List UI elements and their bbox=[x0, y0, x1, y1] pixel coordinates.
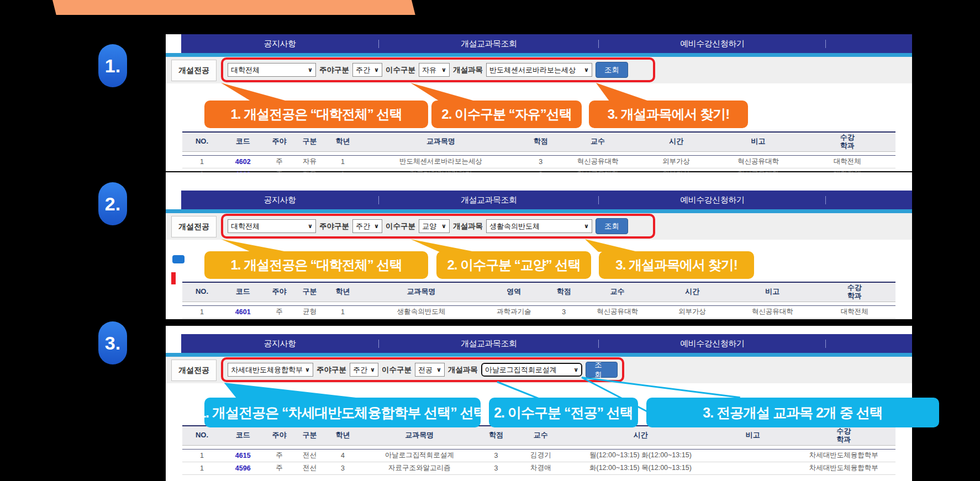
col-header: 코드 bbox=[222, 426, 264, 445]
tutorial-slide: 1. 2. 3. 공지사항 개설교과목조회 예비수강신청하기 개설전공 대학전체… bbox=[0, 0, 980, 481]
tab-open-courses[interactable]: 개설교과목조회 bbox=[379, 195, 598, 205]
callout-2: 2. 이수구분 “자유”선택 bbox=[431, 101, 582, 128]
chevron-down-icon: ∨ bbox=[370, 366, 375, 373]
completion-select[interactable]: 자유∨ bbox=[419, 63, 450, 77]
tab-notice[interactable]: 공지사항 bbox=[181, 39, 378, 49]
major-filter-label: 개설전공 bbox=[171, 360, 217, 381]
table-cell: 자유 bbox=[294, 155, 325, 168]
tab-notice[interactable]: 공지사항 bbox=[181, 339, 378, 349]
completion-label: 이수구분 bbox=[386, 221, 415, 231]
tab-notice[interactable]: 공지사항 bbox=[181, 195, 378, 205]
major-filter-label: 개설전공 bbox=[171, 216, 217, 237]
header-underline bbox=[166, 53, 912, 57]
tab-preregister[interactable]: 예비수강신청하기 bbox=[599, 39, 825, 49]
table-cell: 1 bbox=[182, 155, 222, 168]
search-button[interactable]: 조회 bbox=[596, 218, 628, 234]
col-header: 학년 bbox=[325, 282, 361, 302]
daynight-label: 주야구분 bbox=[317, 365, 346, 375]
table-cell: 혁신공유대학 bbox=[582, 305, 653, 318]
table-cell: 4 bbox=[325, 449, 361, 462]
table-cell: 대학전체 bbox=[799, 155, 895, 168]
table-cell: 전선 bbox=[294, 449, 325, 462]
callout-2: 2. 이수구분 “전공” 선택 bbox=[489, 398, 638, 427]
subject-select[interactable]: 아날로그집적회로설계∨ bbox=[481, 363, 582, 377]
callout-tail bbox=[591, 83, 652, 101]
col-header: 비고 bbox=[731, 282, 813, 302]
table-cell: 생활속의반도체 bbox=[361, 305, 482, 318]
table-cell: 과학과기술 bbox=[482, 305, 546, 318]
col-header: 수강 학과 bbox=[799, 132, 895, 151]
hidden-ui-fragment bbox=[171, 272, 176, 284]
tab-open-courses[interactable]: 개설교과목조회 bbox=[379, 39, 598, 49]
table-cell: 차세대반도체융합학부 bbox=[792, 462, 895, 474]
col-header: 시간 bbox=[635, 132, 717, 151]
col-header: 학점 bbox=[521, 132, 560, 151]
completion-select[interactable]: 전공∨ bbox=[415, 363, 445, 377]
table-cell: 혁신공유대학 bbox=[560, 155, 635, 168]
tab-preregister[interactable]: 예비수강신청하기 bbox=[599, 339, 825, 349]
table-cell: 김경기 bbox=[514, 449, 567, 462]
table-cell: 아날로그집적회로설계 bbox=[361, 449, 478, 462]
col-header: 주야 bbox=[264, 132, 294, 151]
callout-tail bbox=[221, 83, 287, 101]
table-cell: 자료구조와알고리즘 bbox=[361, 462, 478, 474]
table-cell: 3 bbox=[546, 305, 582, 318]
col-header: 교과목명 bbox=[361, 426, 478, 445]
col-header: 교과목명 bbox=[361, 282, 482, 302]
table-cell: 3 bbox=[478, 449, 514, 462]
table-cell: 차경애 bbox=[514, 462, 567, 474]
filter-highlight-box: 대학전체∨ 주야구분 주간∨ 이수구분 교양∨ 개설과목 생활속의반도체∨ 조회 bbox=[221, 214, 655, 239]
subject-label: 개설과목 bbox=[448, 365, 478, 375]
col-header: 코드 bbox=[222, 132, 264, 151]
daynight-select[interactable]: 주간∨ bbox=[352, 219, 382, 233]
table-header-row: NO. 코드 주야 구분 학년 교과목명 학점 교수 시간 비고 수강 학과 bbox=[182, 132, 895, 151]
subject-select[interactable]: 생활속의반도체∨ bbox=[486, 219, 592, 233]
completion-select[interactable]: 교양∨ bbox=[419, 219, 450, 233]
callout-1: 1. 개설전공은 “차세대반도체융합학부 선택” 선택 bbox=[204, 398, 481, 427]
course-code-cell[interactable]: 4601 bbox=[222, 305, 264, 318]
chevron-down-icon: ∨ bbox=[305, 366, 310, 373]
table-cell: 전선 bbox=[294, 462, 325, 474]
course-code-cell[interactable]: 4602 bbox=[222, 155, 264, 168]
subject-label: 개설과목 bbox=[453, 65, 483, 75]
major-select[interactable]: 대학전체∨ bbox=[228, 219, 316, 233]
table-cell: 차세대반도체융합학부 bbox=[792, 449, 895, 462]
course-code-cell[interactable]: 4615 bbox=[222, 449, 264, 462]
tab-open-courses[interactable]: 개설교과목조회 bbox=[379, 339, 598, 349]
completion-label: 이수구분 bbox=[386, 65, 415, 75]
chevron-down-icon: ∨ bbox=[584, 223, 589, 230]
col-header: 비고 bbox=[717, 132, 799, 151]
results-table: NO. 코드 주야 구분 학년 교과목명 학점 교수 시간 비고 수강 학과 1… bbox=[182, 425, 895, 475]
step-badge-2: 2. bbox=[98, 182, 127, 225]
table-cell: 3 bbox=[521, 155, 560, 168]
col-header: 교수 bbox=[560, 132, 635, 151]
table-cell: 대학전체 bbox=[813, 305, 895, 318]
spacer-row bbox=[182, 151, 895, 155]
chevron-down-icon: ∨ bbox=[441, 66, 446, 73]
table-cell bbox=[714, 449, 792, 462]
table-cell: 1 bbox=[182, 305, 222, 318]
subject-select[interactable]: 반도체센서로바라보는세상∨ bbox=[486, 63, 592, 77]
major-select[interactable]: 차세대반도체융합학부∨ bbox=[228, 363, 313, 377]
chevron-down-icon: ∨ bbox=[374, 66, 379, 73]
major-filter-label: 개설전공 bbox=[171, 60, 217, 81]
major-select[interactable]: 대학전체∨ bbox=[228, 63, 316, 77]
chevron-down-icon: ∨ bbox=[308, 223, 313, 230]
spacer-row bbox=[182, 445, 895, 449]
course-code-cell[interactable]: 4596 bbox=[222, 462, 264, 474]
col-header: 학년 bbox=[325, 132, 361, 151]
tab-preregister[interactable]: 예비수강신청하기 bbox=[599, 195, 825, 205]
table-header-row: NO. 코드 주야 구분 학년 교과목명 영역 학점 교수 시간 비고 수강 학… bbox=[182, 282, 895, 302]
results-table: NO. 코드 주야 구분 학년 교과목명 영역 학점 교수 시간 비고 수강 학… bbox=[182, 282, 895, 319]
col-header: 교수 bbox=[514, 426, 567, 445]
col-header: 시간 bbox=[653, 282, 731, 302]
table-row: 14602주자유1반도체센서로바라보는세상3혁신공유대학외부가상혁신공유대학대학… bbox=[182, 155, 895, 168]
search-button[interactable]: 조회 bbox=[586, 362, 618, 378]
chevron-down-icon: ∨ bbox=[573, 366, 578, 373]
search-button[interactable]: 조회 bbox=[596, 62, 628, 78]
col-header: NO. bbox=[182, 282, 222, 302]
chevron-down-icon: ∨ bbox=[441, 223, 446, 230]
table-cell: 균형 bbox=[294, 305, 325, 318]
daynight-select[interactable]: 주간∨ bbox=[352, 63, 382, 77]
daynight-select[interactable]: 주간∨ bbox=[350, 363, 378, 377]
